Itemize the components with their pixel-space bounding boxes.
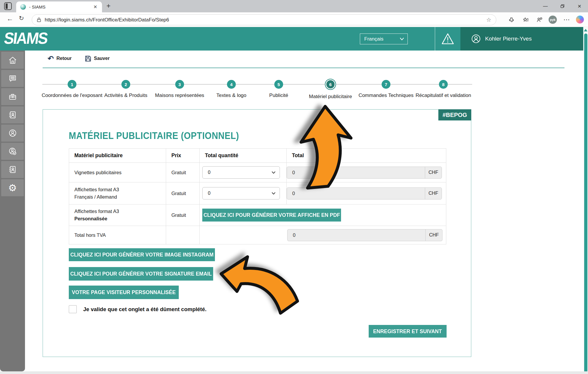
table-header-row: Matériel publicitaire Prix Total quantit… [69,149,446,162]
step-4-circle[interactable]: 4 [227,80,236,89]
window-bottom-edge [0,371,588,374]
material-price: Gratuit [166,182,200,204]
step-6-circle[interactable]: 6 [325,79,336,90]
sidebar-item-contacts[interactable] [1,106,24,123]
favorites-icon[interactable] [522,15,530,24]
tab-title: - SIAMS [29,4,92,9]
validate-checkbox-label: Je valide que cet onglet a été dûment co… [83,306,206,313]
window-restore-button[interactable] [554,0,571,12]
generate-pdf-button[interactable]: CLIQUEZ ICI POUR GÉNÉRER VOTRE AFFICHE E… [202,209,341,222]
col-header-price: Prix [166,149,200,162]
user-menu[interactable]: Kohler Pierre-Yves [460,27,583,51]
window-minimize-button[interactable]: — [537,0,554,12]
orange-arrow-left-icon [218,253,306,319]
app-header: SIAMS Français Kohler Pierre-Yves [0,27,588,51]
browser-profile-avatar[interactable]: pyk [549,16,557,24]
generate-signature-button[interactable]: CLIQUEZ ICI POUR GÉNÉRER VOTRE SIGNATURE… [69,267,213,281]
step-7-circle[interactable]: 7 [382,80,390,89]
save-and-next-label: ENREGISTRER ET SUIVANT [373,328,442,335]
url-text: https://login.siams.ch/FrontOffice/Exhib… [45,17,486,23]
material-name: Affichettes format A3 [74,186,119,193]
address-book-icon [8,165,17,174]
copilot-icon[interactable] [576,16,584,24]
chat-icon [8,74,17,83]
quantity-value: 0 [208,169,211,176]
share-feedback-icon[interactable] [535,15,544,24]
siams-logo: SIAMS [3,29,48,48]
table-row-total: Total hors TVA 0 CHF [69,226,446,244]
sidebar-item-briefcase[interactable] [1,88,24,105]
browser-menu-icon[interactable]: ⋯ [562,15,571,24]
table-row: Affichettes format A3 Français / Alleman… [69,182,446,204]
sidebar-item-settings[interactable]: ⚙ [1,179,24,196]
currency-label: CHF [425,167,442,178]
sidebar-item-address-book[interactable] [1,161,24,178]
step-1-circle[interactable]: 1 [68,80,76,89]
refresh-icon[interactable]: ↻ [19,15,24,22]
sidebar-item-messages[interactable] [1,70,24,87]
bookmark-star-icon[interactable]: ☆ [486,16,491,23]
back-icon[interactable]: ← [6,15,13,23]
window-close-button[interactable]: ✕ [571,0,588,12]
extensions-icon[interactable] [507,15,516,24]
empty-cell [166,226,200,244]
teal-divider [43,68,564,68]
language-select[interactable]: Français [360,33,408,44]
lock-icon [37,17,41,22]
tab-layout-icon[interactable] [4,2,12,10]
bepog-badge: #BEPOG [438,109,471,120]
browser-url-bar: ← ↻ https://login.siams.ch/FrontOffice/E… [0,12,588,27]
address-bar[interactable]: https://login.siams.ch/FrontOffice/Exhib… [32,14,496,25]
user-name: Kohler Pierre-Yves [485,36,532,42]
quantity-select[interactable]: 0 [202,166,280,179]
floppy-disk-icon [85,55,91,62]
material-price: Gratuit [166,163,200,182]
signature-button-label: CLIQUEZ ICI POUR GÉNÉRER VOTRE SIGNATURE… [70,271,212,277]
total-row-label: Total hors TVA [69,226,166,244]
material-table: Matériel publicitaire Prix Total quantit… [69,148,446,244]
scrollbar-thumb[interactable] [584,33,587,373]
back-label: Retour [56,56,72,61]
save-and-next-button[interactable]: ENREGISTRER ET SUIVANT [369,325,447,338]
validate-checkbox[interactable] [69,305,77,313]
content-panel: #BEPOG MATÉRIEL PUBLICITAIRE (OPTIONNEL)… [43,109,471,357]
material-name: Vignettes publicitaires [69,163,166,182]
sidebar-item-profile[interactable] [1,125,24,142]
material-name-line2: Français / Allemand [74,193,117,201]
step-3-circle[interactable]: 3 [175,80,184,89]
currency-label: CHF [425,188,442,199]
page-toolbar: ↶ Retour Sauver [48,53,110,63]
tab-close-icon[interactable]: ✕ [92,4,98,10]
new-tab-button[interactable]: + [106,2,111,10]
language-value: Français [364,36,383,42]
sidebar-item-home[interactable] [1,52,24,69]
user-circle-icon [8,129,17,137]
chevron-down-icon [400,38,404,40]
browser-window: - SIAMS ✕ + — ✕ ← ↻ https://login.siams.… [0,0,588,374]
step-8-circle[interactable]: 8 [439,80,448,89]
save-button[interactable]: Sauver [85,55,110,62]
visitor-page-button[interactable]: VOTRE PAGE VISITEUR PERSONNALISÉE [69,286,179,299]
generate-instagram-button[interactable]: CLIQUEZ ICI POUR GÉNÉRER VOTRE IMAGE INS… [69,248,215,261]
step-8: 8 Récapitulatif et validation [408,76,479,98]
quantity-select[interactable]: 0 [202,187,280,199]
browser-tab[interactable]: - SIAMS ✕ [16,1,102,12]
undo-arrow-icon: ↶ [48,55,54,62]
quantity-value: 0 [208,190,211,197]
address-book-icon [8,110,17,119]
sidebar-item-profile-validated[interactable] [1,143,24,160]
step-5-circle[interactable]: 5 [274,80,283,89]
home-icon [8,56,17,65]
table-row: Affichettes format A3 Personnalisée Grat… [69,204,446,226]
validation-row: Je valide que cet onglet a été dûment co… [69,305,206,313]
col-header-material: Matériel publicitaire [69,149,166,162]
currency-label: CHF [425,229,442,241]
step-2-circle[interactable]: 2 [121,80,130,89]
scrollbar-up-arrow[interactable] [584,29,587,31]
col-header-quantity: Total quantité [200,149,287,162]
material-name-line2: Personnalisée [74,215,107,222]
warning-button[interactable] [435,27,460,51]
page-title: MATÉRIEL PUBLICITAIRE (OPTIONNEL) [69,130,239,141]
back-button[interactable]: ↶ Retour [48,55,72,62]
save-label: Sauver [94,56,110,61]
